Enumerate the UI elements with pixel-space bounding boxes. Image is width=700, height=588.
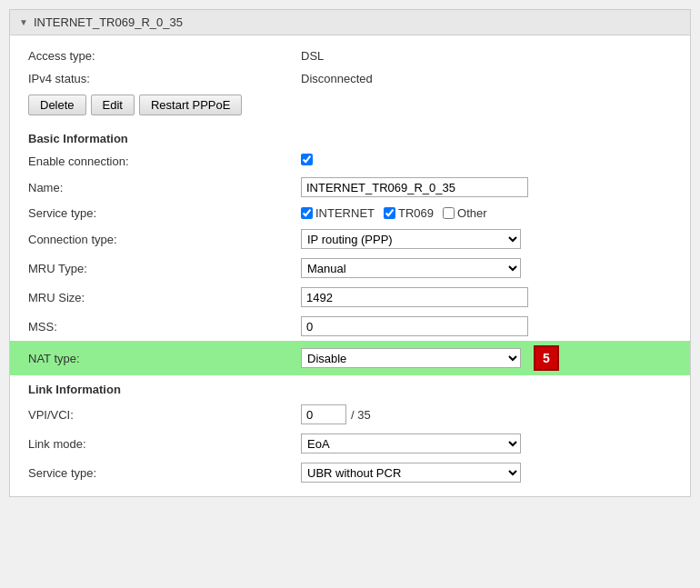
mru-size-label: MRU Size: — [28, 291, 301, 304]
mru-size-control — [301, 287, 528, 307]
nat-badge: 5 — [534, 345, 559, 371]
panel-title: INTERNET_TR069_R_0_35 — [34, 15, 183, 29]
link-service-type-control: UBR without PCR UBR with PCR CBR — [301, 463, 521, 483]
service-type-label: Service type: — [28, 206, 301, 220]
name-input[interactable] — [301, 177, 528, 197]
basic-info-section-title: Basic Information — [28, 125, 672, 149]
link-mode-select[interactable]: EoA PPPoA IPoA — [301, 434, 521, 453]
edit-button[interactable]: Edit — [91, 95, 135, 115]
access-type-value: DSL — [301, 49, 324, 63]
panel-header: ▼ INTERNET_TR069_R_0_35 — [10, 10, 690, 35]
mss-input[interactable] — [301, 316, 528, 336]
link-service-type-select[interactable]: UBR without PCR UBR with PCR CBR — [301, 463, 521, 483]
mss-label: MSS: — [28, 320, 301, 334]
mru-type-label: MRU Type: — [28, 262, 301, 275]
service-type-row: Service type: INTERNET TR069 Other — [28, 202, 672, 224]
nat-type-select[interactable]: Disable Enable — [301, 348, 521, 368]
service-internet-label: INTERNET — [315, 206, 375, 220]
mss-row: MSS: — [28, 312, 672, 341]
access-type-row: Access type: DSL — [28, 45, 672, 67]
ipv4-status-value: Disconnected — [301, 72, 373, 85]
connection-type-select[interactable]: IP routing (PPP) Bridging IP routing — [301, 229, 521, 249]
vpi-vci-row: VPI/VCI: / 35 — [28, 400, 672, 429]
service-tr069-label: TR069 — [398, 206, 434, 220]
name-label: Name: — [28, 181, 301, 194]
link-service-type-row: Service type: UBR without PCR UBR with P… — [28, 458, 672, 487]
link-service-type-label: Service type: — [28, 466, 301, 480]
service-tr069-item: TR069 — [384, 206, 434, 220]
panel-body: Access type: DSL IPv4 status: Disconnect… — [10, 35, 690, 496]
vpi-vci-separator: / 35 — [351, 408, 371, 422]
restart-pppoe-button[interactable]: Restart PPPoE — [139, 95, 242, 115]
mru-type-control: Manual Auto — [301, 258, 521, 278]
vpi-vci-label: VPI/VCI: — [28, 408, 301, 422]
service-internet-checkbox[interactable] — [301, 207, 313, 219]
mru-type-select[interactable]: Manual Auto — [301, 258, 521, 278]
mru-type-row: MRU Type: Manual Auto — [28, 254, 672, 283]
name-control — [301, 177, 528, 197]
mru-size-input[interactable] — [301, 287, 528, 307]
ipv4-status-row: IPv4 status: Disconnected — [28, 67, 672, 90]
nat-type-control: Disable Enable 5 — [301, 345, 559, 371]
enable-connection-label: Enable connection: — [28, 154, 301, 168]
enable-connection-checkbox[interactable] — [301, 154, 313, 165]
service-type-checkboxes: INTERNET TR069 Other — [301, 206, 487, 220]
main-panel: ▼ INTERNET_TR069_R_0_35 Access type: DSL… — [9, 9, 691, 497]
enable-connection-control — [301, 154, 313, 168]
service-other-label: Other — [457, 206, 487, 220]
vpi-input[interactable] — [301, 404, 346, 424]
service-internet-item: INTERNET — [301, 206, 375, 220]
link-mode-label: Link mode: — [28, 437, 301, 451]
connection-type-control: IP routing (PPP) Bridging IP routing — [301, 229, 521, 249]
enable-connection-row: Enable connection: — [28, 149, 672, 173]
link-mode-row: Link mode: EoA PPPoA IPoA — [28, 429, 672, 458]
connection-type-label: Connection type: — [28, 233, 301, 246]
access-type-label: Access type: — [28, 49, 301, 63]
mru-size-row: MRU Size: — [28, 283, 672, 312]
ipv4-status-label: IPv4 status: — [28, 72, 301, 85]
service-other-item: Other — [443, 206, 487, 220]
nat-type-row: NAT type: Disable Enable 5 — [10, 341, 690, 375]
link-info-section-title: Link Information — [28, 375, 672, 400]
name-row: Name: — [28, 173, 672, 202]
link-mode-control: EoA PPPoA IPoA — [301, 434, 521, 453]
mss-control — [301, 316, 528, 336]
nat-type-label: NAT type: — [28, 352, 301, 365]
connection-type-row: Connection type: IP routing (PPP) Bridgi… — [28, 224, 672, 254]
vpi-vci-control: / 35 — [301, 404, 371, 424]
action-buttons: Delete Edit Restart PPPoE — [28, 90, 672, 125]
service-other-checkbox[interactable] — [443, 207, 455, 219]
service-tr069-checkbox[interactable] — [384, 207, 395, 219]
delete-button[interactable]: Delete — [28, 95, 86, 115]
chevron-icon: ▼ — [19, 17, 28, 27]
